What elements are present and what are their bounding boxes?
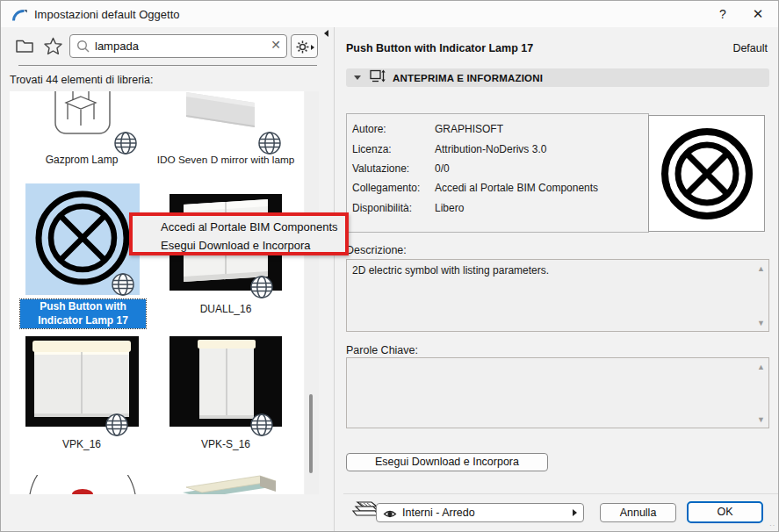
gear-icon <box>295 40 310 54</box>
layers-icon <box>349 500 379 524</box>
combo-flyout-arrow-icon <box>573 509 577 516</box>
download-embed-button[interactable]: Esegui Download e Incorpora <box>346 453 548 471</box>
info-field-value: Libero <box>435 202 464 214</box>
help-button[interactable]: ? <box>710 4 736 24</box>
menu-item-download-embed[interactable]: Esegui Download e Incorpora <box>133 237 345 255</box>
globe-icon <box>249 413 274 441</box>
info-field-label: Collegamento: <box>347 182 435 194</box>
menu-item-open-bim-portal[interactable]: Accedi al Portale BIM Components <box>133 219 345 237</box>
description-textarea[interactable]: 2D electric symbol with listing paramete… <box>346 259 769 332</box>
section-title: ANTEPRIMA E INFORMAZIONI <box>393 73 543 83</box>
search-input[interactable] <box>95 36 262 56</box>
push-button-symbol-preview <box>659 126 755 222</box>
globe-icon <box>111 272 135 300</box>
gear-flyout-arrow-icon <box>311 45 314 50</box>
globe-icon <box>249 275 274 303</box>
close-button[interactable]: ✕ <box>745 4 771 24</box>
info-field-value: GRAPHISOFT <box>435 123 503 135</box>
library-item-label[interactable]: DUALL_16 <box>160 303 292 315</box>
search-settings-button[interactable] <box>291 34 318 58</box>
layer-combo[interactable]: Interni - Arredo <box>376 503 584 522</box>
info-field-label: Disponibilità: <box>347 202 435 214</box>
library-item-label[interactable]: Gazprom Lamp <box>16 154 148 166</box>
chevron-down-icon <box>354 75 361 80</box>
partial-item-thumbnail <box>25 475 140 494</box>
scroll-down-icon[interactable]: ▼ <box>757 415 765 424</box>
object-preview <box>648 115 765 232</box>
results-count-label: Trovati 44 elementi di libreria: <box>10 74 154 86</box>
title-bar: Impostazioni default Oggetto ? ✕ <box>1 1 778 27</box>
scroll-up-icon[interactable]: ▲ <box>757 264 765 273</box>
gazprom-lamp-thumbnail[interactable] <box>54 91 112 135</box>
scrollbar-thumb[interactable] <box>309 394 313 473</box>
globe-icon <box>105 413 129 441</box>
library-item-label[interactable]: IDO Seven D mirror with lamp <box>148 154 303 166</box>
archicad-logo-icon <box>11 7 27 26</box>
panel-divider <box>334 27 335 532</box>
layer-combo-value: Interni - Arredo <box>402 507 475 519</box>
ido-mirror-thumbnail[interactable] <box>186 92 256 129</box>
cancel-button[interactable]: Annulla <box>600 503 676 522</box>
keywords-textarea[interactable]: ▲ ▼ <box>346 357 769 428</box>
default-state-label: Default <box>732 42 768 54</box>
info-field-label: Valutazione: <box>347 162 435 175</box>
object-info-box: Autore:GRAPHISOFT Licenza:Attribution-No… <box>346 113 649 233</box>
footer-separator <box>343 493 779 494</box>
scroll-down-icon[interactable]: ▼ <box>757 319 765 327</box>
resize-grip[interactable]: ∙∙ <box>769 521 775 529</box>
bim-portal-link[interactable]: Accedi al Portale BIM Components <box>435 182 598 194</box>
ok-button[interactable]: OK <box>687 501 763 523</box>
library-item-label[interactable]: VPK-S_16 <box>160 438 292 450</box>
collapse-panel-icon[interactable] <box>324 30 328 37</box>
eye-icon <box>383 507 397 523</box>
selected-library-item-label[interactable]: Push Button with Indicator Lamp 17 <box>20 299 146 328</box>
info-field-value: 0/0 <box>435 162 450 175</box>
library-scrollbar[interactable] <box>305 91 319 494</box>
scroll-up-icon[interactable]: ▲ <box>757 363 765 371</box>
search-icon <box>76 40 90 57</box>
description-text: 2D electric symbol with listing paramete… <box>352 264 549 277</box>
favorites-star-icon[interactable] <box>43 36 64 57</box>
keywords-label: Parole Chiave: <box>346 344 418 356</box>
partial-item-thumbnail <box>183 471 276 494</box>
context-menu: Accedi al Portale BIM Components Esegui … <box>129 212 349 255</box>
info-field-value: Attribution-NoDerivs 3.0 <box>435 143 546 155</box>
search-box: ✕ <box>69 34 287 58</box>
selected-object-title: Push Button with Indicator Lamp 17 <box>346 42 533 54</box>
library-item-label[interactable]: VPK_16 <box>16 438 148 450</box>
description-label: Descrizione: <box>346 244 407 256</box>
window-title: Impostazioni default Oggetto <box>34 8 180 21</box>
object-default-settings-dialog: Impostazioni default Oggetto ? ✕ ✕ Trova… <box>0 0 779 532</box>
info-field-label: Autore: <box>347 123 435 135</box>
clear-search-icon[interactable]: ✕ <box>270 38 281 52</box>
preview-pane-icon <box>370 69 386 86</box>
preview-info-section-header[interactable]: ANTEPRIMA E INFORMAZIONI <box>346 68 769 87</box>
toolbar-separator <box>18 65 317 66</box>
info-field-label: Licenza: <box>347 143 435 155</box>
folder-icon[interactable] <box>15 36 36 57</box>
library-item-list: Gazprom Lamp IDO Seven D mirror with lam… <box>10 91 304 494</box>
